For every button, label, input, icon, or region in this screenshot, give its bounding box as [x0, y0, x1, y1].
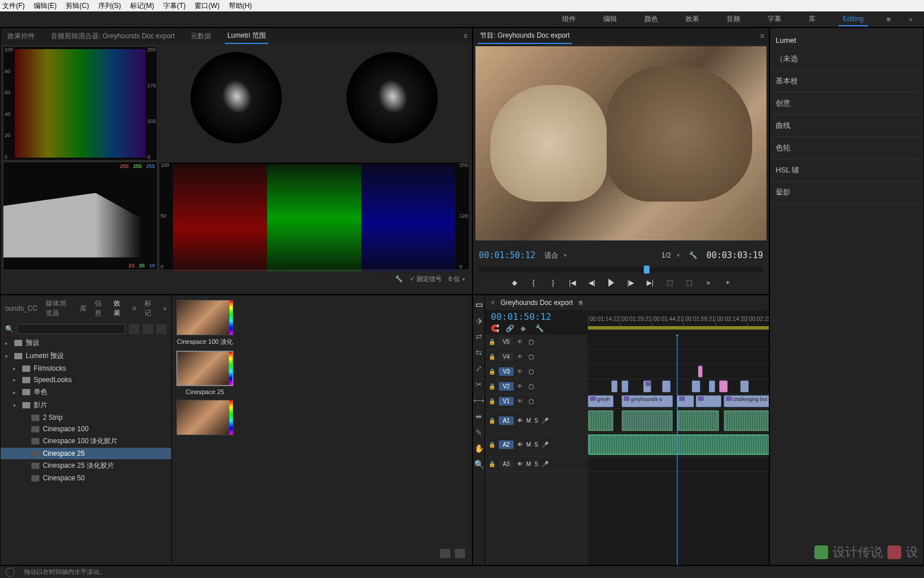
rate-stretch-tool[interactable]: ⤢ [473, 363, 485, 374]
rolling-edit-tool[interactable]: ⇆ [473, 347, 485, 358]
preset-thumb[interactable] [176, 400, 233, 437]
workspace-color[interactable]: 颜色 [640, 12, 663, 26]
workspace-effects[interactable]: 效果 [681, 12, 704, 26]
clip[interactable] [740, 380, 749, 392]
menu-sequence[interactable]: 序列(S) [98, 1, 121, 11]
tree-item-cinespace-100[interactable]: Cinespace 100 [1, 423, 171, 435]
tree-item-预设[interactable]: ▸预设 [1, 336, 171, 350]
tab-program[interactable]: 节目: Greyhounds Doc export [478, 29, 572, 44]
project-tabs-overflow-icon[interactable]: » [163, 304, 167, 312]
ripple-edit-tool[interactable]: ⇄ [473, 331, 485, 342]
play-button[interactable] [607, 278, 616, 287]
sequence-name[interactable]: Greyhounds Doc export [501, 299, 573, 307]
timeline-close-icon[interactable]: × [491, 299, 495, 307]
workspace-assembly[interactable]: 组件 [558, 12, 580, 26]
program-panel-menu-icon[interactable]: ≡ [760, 32, 764, 40]
clip[interactable] [724, 410, 769, 431]
razor-tool[interactable]: ✂ [473, 379, 485, 390]
new-bin-icon[interactable] [440, 549, 450, 558]
tab-media-browser[interactable]: 媒体浏览器 [46, 299, 72, 318]
work-area-bar[interactable] [588, 326, 769, 330]
settings-icon[interactable]: 🔧 [689, 251, 697, 259]
lumetri-section-curves[interactable]: 曲线 [772, 115, 921, 137]
playhead[interactable] [677, 335, 677, 565]
tree-item-cinespace-50[interactable]: Cinespace 50 [1, 472, 171, 484]
track-row[interactable] [588, 433, 769, 457]
track-row[interactable] [588, 457, 769, 472]
clip[interactable] [622, 410, 672, 431]
tree-item-cinespace-100-淡化胶片[interactable]: Cinespace 100 淡化胶片 [1, 435, 171, 448]
mark-out-button[interactable]: } [548, 278, 558, 287]
workspace-captions[interactable]: 字幕 [763, 12, 786, 26]
delete-icon[interactable] [455, 549, 465, 558]
timeline-timecode[interactable]: 00:01:50:12 [485, 310, 588, 323]
workspace-audio[interactable]: 音频 [722, 12, 745, 26]
tree-item-影片[interactable]: ▾影片 [1, 399, 171, 412]
clip[interactable] [677, 410, 719, 431]
add-marker-button[interactable]: ◆ [510, 278, 519, 287]
selection-tool[interactable]: ▭ [473, 299, 485, 310]
extract-button[interactable]: ⬚ [684, 278, 693, 287]
track-row[interactable] [588, 379, 769, 394]
tab-audio-mixer[interactable]: 音频剪辑混合器: Greyhounds Doc export [49, 29, 177, 43]
timeline-settings-icon[interactable]: 🔧 [535, 324, 544, 334]
scopes-panel-menu-icon[interactable]: ≡ [463, 32, 467, 40]
clip[interactable] [588, 434, 769, 455]
tree-item-cinespace-25-淡化胶片[interactable]: Cinespace 25 淡化胶片 [1, 459, 171, 472]
snap-icon[interactable]: 🧲 [491, 324, 500, 334]
clip[interactable] [709, 380, 715, 392]
lumetri-section-vignette[interactable]: 晕影 [772, 182, 921, 204]
clip[interactable] [643, 380, 652, 392]
menu-marker[interactable]: 标记(M) [130, 1, 154, 11]
program-scrubber[interactable] [479, 267, 763, 272]
menu-file[interactable]: 文件(F) [2, 1, 25, 11]
go-to-in-button[interactable]: |◀ [568, 278, 577, 287]
timeline-content[interactable]: greyhgreyhounds achallenging but rewardi [588, 335, 769, 565]
tab-info[interactable]: 信息 [95, 299, 106, 318]
track-header-v1[interactable]: 🔒V1👁▢ [485, 394, 588, 409]
wrench-icon[interactable]: 🔧 [395, 275, 403, 283]
workspace-menu-icon[interactable]: ≡ [886, 15, 890, 23]
lift-button[interactable]: ⬚ [665, 278, 674, 287]
track-header-a2[interactable]: 🔒A2👁MS🎤 [485, 433, 588, 457]
lumetri-section-basic[interactable]: 基本校 [772, 70, 921, 93]
track-row[interactable] [588, 335, 769, 350]
step-back-button[interactable]: ◀| [587, 278, 596, 287]
menu-help[interactable]: 帮助(H) [229, 1, 252, 11]
lumetri-section-creative[interactable]: 创意 [772, 93, 921, 115]
clip[interactable] [588, 410, 614, 431]
clip[interactable] [611, 380, 618, 392]
tree-item-lumetri-预设[interactable]: ▾Lumetri 预设 [1, 350, 171, 363]
lumetri-section-hsl[interactable]: HSL 辅 [772, 159, 921, 182]
hand-tool[interactable]: ✋ [473, 443, 485, 454]
go-to-out-button[interactable]: ▶| [645, 278, 655, 287]
menu-edit[interactable]: 编辑(E) [34, 1, 57, 11]
tab-markers[interactable]: 标记 [144, 299, 155, 318]
clip[interactable] [622, 380, 628, 392]
filter-32bit-icon[interactable] [143, 324, 153, 334]
track-header-a3[interactable]: 🔒A3👁MS🎤 [485, 457, 588, 472]
track-header-v2[interactable]: 🔒V2👁▢ [485, 379, 588, 394]
tab-libraries[interactable]: 库 [80, 304, 87, 314]
tree-item-speedlooks[interactable]: ▸SpeedLooks [1, 374, 171, 386]
tab-project[interactable]: ounds_CC [5, 304, 38, 312]
tab-lumetri-scopes[interactable]: Lumetri 范围 [225, 29, 268, 44]
workspace-libraries[interactable]: 库 [804, 12, 820, 26]
program-resolution-select[interactable]: 1/2 [661, 251, 680, 259]
bit-depth-select[interactable]: 8 位 [449, 275, 465, 283]
linked-selection-icon[interactable]: 🔗 [506, 324, 515, 334]
track-header-v4[interactable]: 🔒V4👁▢ [485, 350, 588, 364]
tree-item-2-strip[interactable]: 2 Strip [1, 412, 171, 423]
tab-effect-controls[interactable]: 效果控件 [5, 29, 37, 43]
zoom-tool[interactable]: 🔍 [473, 459, 485, 470]
program-video-frame[interactable] [475, 46, 766, 240]
clip[interactable] [696, 395, 721, 407]
clip[interactable] [719, 380, 728, 392]
slide-tool[interactable]: ⬌ [473, 411, 485, 422]
track-header-v3[interactable]: 🔒V3👁▢ [485, 364, 588, 379]
menu-clip[interactable]: 剪辑(C) [66, 1, 89, 11]
clip[interactable] [698, 366, 703, 378]
clamp-signal-checkbox[interactable]: ✓ 固定信号 [410, 275, 442, 283]
track-row[interactable] [588, 409, 769, 433]
program-zoom-select[interactable]: 适合 [544, 251, 567, 260]
